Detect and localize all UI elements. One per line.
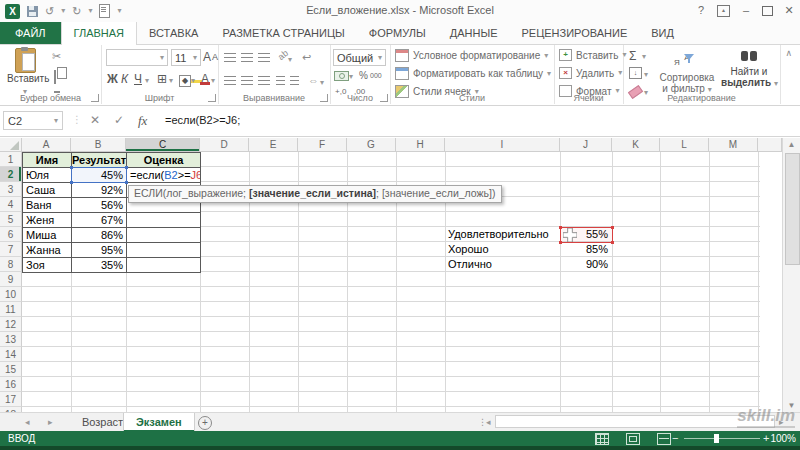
column-header-m[interactable]: M: [709, 138, 758, 152]
align-bottom-icon[interactable]: [258, 53, 270, 62]
autosum-icon[interactable]: Σ: [629, 49, 636, 63]
collapse-ribbon-icon[interactable]: ∧: [785, 48, 792, 58]
undo-icon[interactable]: ↺: [45, 6, 54, 17]
cell-c5[interactable]: [127, 213, 201, 228]
print-preview-icon[interactable]: [99, 4, 110, 18]
copy-icon[interactable]: [54, 70, 56, 84]
borders-dropdown-icon[interactable]: ▾: [169, 77, 173, 85]
save-icon[interactable]: [27, 6, 38, 17]
cell-b7[interactable]: 95%: [72, 243, 127, 258]
zoom-slider-thumb[interactable]: [714, 434, 719, 443]
underline-dropdown-icon[interactable]: ▾: [145, 77, 149, 85]
row-header-2[interactable]: 2: [0, 167, 22, 182]
row-header-11[interactable]: 11: [0, 302, 22, 317]
orientation-dropdown-icon[interactable]: ▾: [288, 56, 292, 64]
minimize-button[interactable]: –: [739, 3, 753, 18]
cell-a6[interactable]: Миша: [23, 228, 72, 243]
decrease-indent-icon[interactable]: [276, 76, 285, 85]
cell-b3[interactable]: 92%: [72, 183, 127, 198]
name-box-dropdown-icon[interactable]: ▾: [54, 117, 58, 125]
increase-indent-icon[interactable]: [290, 76, 299, 85]
cell-a4[interactable]: Ваня: [23, 198, 72, 213]
redo-dropdown-icon[interactable]: ▾: [88, 7, 92, 15]
alignment-dialog-launcher[interactable]: [320, 94, 328, 102]
font-color-dropdown-icon[interactable]: ▾: [211, 77, 215, 85]
column-header-l[interactable]: L: [660, 138, 709, 152]
cell-a2[interactable]: Юля: [23, 168, 72, 183]
column-header-e[interactable]: E: [249, 138, 298, 152]
row-header-12[interactable]: 12: [0, 317, 22, 332]
normal-view-icon[interactable]: [595, 433, 609, 445]
column-header-c[interactable]: C: [126, 138, 200, 152]
zoom-out-icon[interactable]: −: [672, 431, 678, 446]
wrap-text-icon[interactable]: ↩: [302, 52, 311, 63]
find-select-button[interactable]: Найти ивыделить ▾: [721, 48, 777, 88]
underline-button[interactable]: Ч: [134, 72, 142, 86]
cell-b4[interactable]: 56%: [72, 198, 127, 213]
row-header-15[interactable]: 15: [0, 362, 22, 377]
column-header-b[interactable]: B: [71, 138, 126, 152]
enter-formula-icon[interactable]: ✓: [114, 113, 124, 127]
horizontal-scrollbar[interactable]: [495, 415, 775, 428]
table-header-result[interactable]: Результат: [72, 153, 127, 168]
sheet-nav-right-icon[interactable]: ▸: [48, 417, 53, 427]
cell-a8[interactable]: Зоя: [23, 258, 72, 273]
column-header-a[interactable]: A: [22, 138, 71, 152]
clipboard-dialog-launcher[interactable]: [91, 94, 99, 102]
tab-home[interactable]: ГЛАВНАЯ: [61, 22, 137, 45]
row-header-8[interactable]: 8: [0, 257, 22, 272]
insert-cells-button[interactable]: + Вставить▾: [559, 49, 626, 61]
hscroll-left-icon[interactable]: ◂: [486, 417, 491, 427]
row-header-3[interactable]: 3: [0, 182, 22, 197]
add-sheet-icon[interactable]: +: [198, 416, 212, 430]
tab-view[interactable]: ВИД: [639, 22, 686, 44]
sheet-nav-left-icon[interactable]: ◂: [25, 417, 30, 427]
row-header-10[interactable]: 10: [0, 287, 22, 302]
row-header-16[interactable]: 16: [0, 377, 22, 392]
row-header-4[interactable]: 4: [0, 197, 22, 212]
cancel-formula-icon[interactable]: ✕: [90, 113, 100, 127]
align-right-icon[interactable]: [258, 76, 270, 85]
cell-j7[interactable]: 85%: [560, 242, 612, 257]
font-name-select[interactable]: ▾: [106, 49, 168, 66]
percent-style-icon[interactable]: %: [359, 70, 368, 81]
column-header-h[interactable]: H: [396, 138, 445, 152]
cell-a3[interactable]: Саша: [23, 183, 72, 198]
row-header-9[interactable]: 9: [0, 272, 22, 287]
cell-c2-formula[interactable]: =если(B2>=J6;: [127, 168, 201, 183]
row-header-5[interactable]: 5: [0, 212, 22, 227]
merge-center-icon[interactable]: ⇔: [308, 75, 319, 86]
tab-insert[interactable]: ВСТАВКА: [137, 22, 210, 44]
cell-c6[interactable]: [127, 228, 201, 243]
tab-formulas[interactable]: ФОРМУЛЫ: [357, 22, 438, 44]
ribbon-display-options-icon[interactable]: ▴: [717, 5, 730, 17]
grow-font-button[interactable]: А: [203, 50, 211, 64]
vertical-scroll-thumb[interactable]: [785, 153, 800, 265]
column-header-partial[interactable]: [758, 138, 782, 152]
sort-filter-button[interactable]: А Я Сортировкаи фильтр ▾: [656, 48, 718, 94]
zoom-slider-track[interactable]: [684, 438, 760, 439]
cell-b5[interactable]: 67%: [72, 213, 127, 228]
close-button[interactable]: ✕: [782, 3, 796, 18]
fill-dropdown-icon[interactable]: ▾: [644, 71, 648, 79]
number-format-select[interactable]: Общий▾: [333, 49, 386, 66]
align-top-icon[interactable]: [224, 53, 236, 62]
column-header-d[interactable]: D: [200, 138, 249, 152]
row-header-6[interactable]: 6: [0, 227, 22, 242]
formula-bar-input[interactable]: =если(B2>=J6;: [165, 114, 240, 126]
row-header-14[interactable]: 14: [0, 347, 22, 362]
name-box[interactable]: C2 ▾: [3, 111, 63, 130]
zoom-level[interactable]: 100%: [770, 431, 796, 446]
sheet-tab-ekzamen[interactable]: Экзамен: [123, 413, 195, 432]
cell-i7[interactable]: Хорошо: [445, 242, 560, 257]
insert-function-icon[interactable]: fx: [138, 113, 147, 129]
font-dialog-launcher[interactable]: [208, 94, 216, 102]
tab-review[interactable]: РЕЦЕНЗИРОВАНИЕ: [509, 22, 639, 44]
column-header-g[interactable]: G: [347, 138, 396, 152]
restore-button[interactable]: [762, 6, 773, 16]
cell-j8[interactable]: 90%: [560, 257, 612, 272]
italic-button[interactable]: К: [121, 72, 128, 86]
select-all-corner[interactable]: [0, 138, 22, 152]
tab-file[interactable]: ФАЙЛ: [0, 22, 61, 44]
paste-button[interactable]: Вставить ▾: [7, 48, 43, 96]
